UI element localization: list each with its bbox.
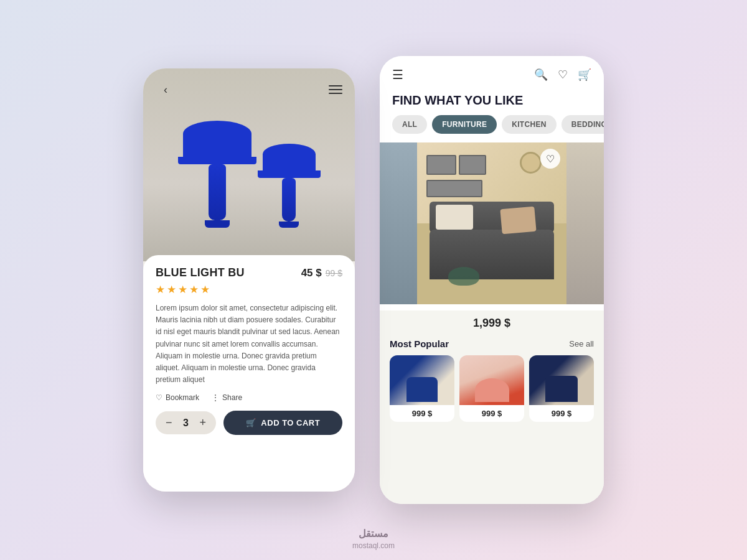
featured-right-preview [566, 142, 604, 304]
lamp-big [183, 121, 251, 228]
price-current: 45 $ [301, 267, 322, 279]
star-rating: ★ ★ ★ ★ ★ [156, 283, 342, 296]
watermark-latin: mostaql.com [352, 541, 395, 550]
quantity-decrease-button[interactable]: − [166, 416, 172, 429]
popular-item-1[interactable]: 999 $ [390, 355, 454, 422]
price-group: 45 $ 99 $ [301, 267, 342, 279]
star-2: ★ [167, 283, 176, 296]
filter-tab-furniture[interactable]: FURNITURE [432, 115, 497, 134]
star-4: ★ [189, 283, 199, 296]
filter-tab-kitchen[interactable]: KITCHEN [502, 115, 556, 134]
hamburger-menu-button[interactable]: ☰ [392, 67, 403, 82]
featured-main-product[interactable]: ♡ [417, 142, 566, 304]
star-5: ★ [200, 283, 210, 296]
art-frame-2 [459, 155, 486, 175]
featured-left-preview [380, 142, 417, 304]
section-header: Most Popular See all [390, 338, 594, 349]
popular-item-2-price: 999 $ [459, 405, 524, 422]
featured-section: ♡ [380, 142, 604, 304]
page-title: FIND WHAT YOU LIKE [380, 88, 604, 115]
browse-phone: ☰ 🔍 ♡ 🛒 FIND WHAT YOU LIKE ALL FURNITURE… [380, 56, 604, 504]
lamp-foot-small [279, 222, 299, 228]
hamburger-icon: ☰ [392, 68, 403, 82]
add-to-cart-label: ADD TO CART [261, 418, 320, 427]
filter-tabs: ALL FURNITURE KITCHEN BEDDING & BATH [380, 115, 604, 142]
featured-price: 1,999 $ [380, 310, 604, 334]
product-detail-phone: ‹ BLUE [143, 68, 355, 492]
right-phone-header: ☰ 🔍 ♡ 🛒 [380, 56, 604, 88]
chair-back-3 [545, 376, 578, 402]
left-phone-header: ‹ [143, 68, 355, 111]
featured-wishlist-button[interactable]: ♡ [540, 149, 560, 169]
menu-button[interactable] [329, 85, 342, 94]
heart-icon-bookmark: ♡ [156, 393, 162, 402]
share-link[interactable]: ⋮ Share [212, 393, 242, 402]
lamp-shade-small [263, 144, 316, 178]
popular-grid: 999 $ 999 $ 999 $ [390, 355, 594, 422]
product-name: BLUE LIGHT BU [156, 266, 245, 279]
sofa-cushion-white [436, 205, 473, 230]
popular-item-2[interactable]: 999 $ [459, 355, 524, 422]
back-button[interactable]: ‹ [156, 80, 176, 100]
most-popular-section: Most Popular See all 999 $ 999 $ [380, 334, 604, 504]
popular-item-1-price: 999 $ [390, 405, 454, 422]
action-links: ♡ Bookmark ⋮ Share [156, 393, 342, 402]
popular-item-1-image [390, 355, 454, 405]
wishlist-button[interactable]: ♡ [558, 68, 568, 82]
add-to-cart-button[interactable]: 🛒 ADD TO CART [223, 411, 342, 435]
main-container: ‹ BLUE [143, 56, 604, 504]
lamp-shade-big [183, 121, 251, 164]
heart-icon-featured: ♡ [546, 153, 555, 165]
plant-decoration [448, 267, 479, 286]
art-frame-3 [426, 180, 482, 197]
lamp-base-big [209, 164, 226, 220]
product-image-lamps [183, 121, 316, 228]
quantity-increase-button[interactable]: + [200, 416, 207, 429]
art-frame-1 [426, 155, 456, 175]
featured-product-image: ♡ [417, 142, 566, 304]
sofa-body [430, 230, 554, 279]
quantity-value: 3 [181, 418, 191, 429]
popular-item-2-image [459, 355, 524, 405]
chair-back-2 [475, 378, 509, 402]
cart-button[interactable]: 🛒 [578, 68, 591, 82]
sofa-cushion-tan [500, 207, 536, 235]
bookmark-label: Bookmark [166, 393, 199, 402]
product-description: Lorem ipsum dolor sit amet, consectetur … [156, 302, 342, 386]
share-icon: ⋮ [212, 393, 219, 402]
lamp-small [263, 144, 316, 228]
product-info-panel: BLUE LIGHT BU 45 $ 99 $ ★ ★ ★ ★ ★ Lorem … [143, 255, 355, 492]
product-title-row: BLUE LIGHT BU 45 $ 99 $ [156, 266, 342, 279]
popular-item-3-image [529, 355, 594, 405]
filter-tab-all[interactable]: ALL [392, 115, 427, 134]
header-icons: 🔍 ♡ 🛒 [534, 68, 591, 82]
search-button[interactable]: 🔍 [534, 68, 548, 82]
wall-clock [520, 152, 542, 174]
popular-item-3[interactable]: 999 $ [529, 355, 594, 422]
star-3: ★ [178, 283, 187, 296]
filter-tab-bedding[interactable]: BEDDING & BATH [561, 115, 604, 134]
bookmark-link[interactable]: ♡ Bookmark [156, 393, 199, 402]
star-1: ★ [156, 283, 165, 296]
quantity-control: − 3 + [156, 411, 216, 434]
watermark: مستقل mostaql.com [352, 528, 395, 550]
price-old: 99 $ [326, 268, 342, 278]
watermark-arabic: مستقل [352, 528, 395, 539]
cart-icon: 🛒 [246, 418, 256, 427]
see-all-button[interactable]: See all [569, 339, 594, 348]
section-title: Most Popular [390, 338, 449, 349]
lamp-foot-big [205, 220, 230, 228]
lamp-base-small [282, 178, 296, 222]
popular-item-3-price: 999 $ [529, 405, 594, 422]
share-label: Share [222, 393, 242, 402]
bottom-actions: − 3 + 🛒 ADD TO CART [156, 411, 342, 435]
wall-art-group [426, 155, 501, 197]
chair-back-1 [406, 377, 438, 402]
